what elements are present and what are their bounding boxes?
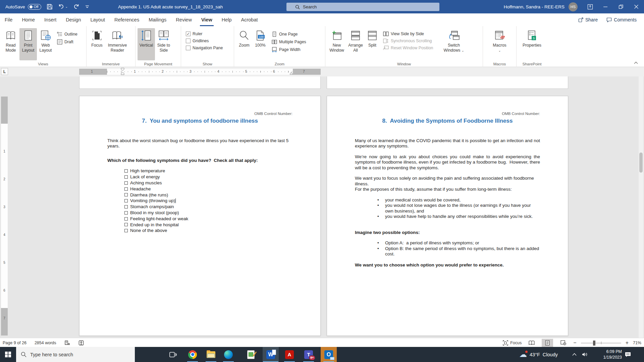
empty-checkbox-icon[interactable]: [124, 211, 128, 215]
tab-layout[interactable]: Layout: [86, 13, 110, 26]
side-to-side-button[interactable]: Side to Side: [155, 28, 172, 60]
split-button[interactable]: Split: [365, 28, 380, 60]
minimize-button[interactable]: [598, 0, 613, 13]
arrange-all-button[interactable]: Arrange All: [346, 28, 365, 60]
empty-checkbox-icon[interactable]: [124, 175, 128, 179]
checklist-item[interactable]: Blood in my stool (poop): [124, 210, 292, 216]
immersive-reader-button[interactable]: Immersive Reader: [105, 28, 129, 60]
outline-button[interactable]: Outline: [57, 32, 77, 37]
read-mode-button[interactable]: Read Mode: [2, 28, 19, 60]
checklist-item[interactable]: Ended up in the hospital: [124, 222, 292, 228]
focus-button[interactable]: Focus: [89, 28, 105, 60]
zoom-in-button[interactable]: +: [626, 340, 629, 346]
zoom-slider-thumb[interactable]: [593, 341, 595, 346]
tab-help[interactable]: Help: [217, 13, 236, 26]
word-taskbar-button[interactable]: W: [263, 347, 279, 362]
indent-marker[interactable]: [121, 68, 124, 76]
tab-mailings[interactable]: Mailings: [144, 13, 171, 26]
collapse-ribbon-button[interactable]: [634, 59, 638, 65]
user-name[interactable]: Hoffmann, Sandra - REE-ERS: [504, 4, 565, 9]
tab-home[interactable]: Home: [17, 13, 40, 26]
empty-checkbox-icon[interactable]: [124, 217, 128, 221]
speaker-icon[interactable]: [582, 352, 588, 357]
page-indicator[interactable]: Page 9 of 26: [3, 341, 26, 345]
accessibility-checker-button[interactable]: [78, 340, 85, 346]
empty-checkbox-icon[interactable]: [124, 193, 128, 196]
read-mode-view-button[interactable]: [526, 339, 537, 347]
tab-view[interactable]: View: [197, 13, 217, 26]
autosave-toggle[interactable]: AutoSave Off: [5, 4, 41, 10]
empty-checkbox-icon[interactable]: [124, 229, 128, 232]
checklist-item[interactable]: Aching muscles: [124, 180, 292, 186]
empty-checkbox-icon[interactable]: [124, 169, 128, 173]
start-button[interactable]: [0, 347, 16, 362]
tab-review[interactable]: Review: [171, 13, 197, 26]
checklist-item[interactable]: Headache: [124, 186, 292, 192]
taskbar-search[interactable]: Type here to search: [16, 347, 135, 362]
image-editor-taskbar-button[interactable]: [243, 347, 259, 362]
document-page-8[interactable]: OMB Control Number: 8. Avoiding the Symp…: [327, 96, 568, 336]
scrollbar-thumb[interactable]: [639, 153, 643, 173]
undo-button[interactable]: ⌄: [58, 4, 68, 10]
tab-stop-selector[interactable]: L: [1, 68, 8, 75]
switch-windows-button[interactable]: Switch Windows ⌄: [443, 28, 465, 60]
zoom-percentage[interactable]: 71%: [633, 341, 641, 345]
checklist-item[interactable]: High temperature: [124, 168, 292, 174]
properties-button[interactable]: S Properties: [521, 28, 543, 60]
customize-qat-button[interactable]: [85, 5, 89, 9]
previous-page-bottom[interactable]: [327, 76, 568, 89]
gridlines-checkbox-icon[interactable]: [186, 39, 191, 43]
clock[interactable]: 6:09 PM 1/19/2023: [593, 347, 622, 362]
vertical-button[interactable]: Vertical: [138, 28, 155, 60]
document-page-7[interactable]: OMB Control Number: 7. You and symptoms …: [79, 96, 321, 336]
tab-acrobat[interactable]: Acrobat: [236, 13, 263, 26]
redo-button[interactable]: [73, 4, 80, 10]
horizontal-ruler[interactable]: 1 1 2 3 4 5 6 7: [79, 69, 321, 75]
chrome-taskbar-button[interactable]: [184, 347, 201, 362]
outlook-taskbar-button[interactable]: O: [321, 347, 337, 362]
empty-checkbox-icon[interactable]: [124, 199, 128, 202]
task-view-button[interactable]: [165, 347, 181, 362]
tab-file[interactable]: File: [0, 13, 17, 26]
comments-button[interactable]: Comments: [606, 17, 637, 22]
edge-taskbar-button[interactable]: [220, 347, 236, 362]
empty-checkbox-icon[interactable]: [124, 205, 128, 208]
restore-button[interactable]: [613, 0, 629, 13]
one-page-button[interactable]: One Page: [272, 32, 306, 37]
print-layout-button[interactable]: Print Layout: [19, 28, 37, 60]
undo-dropdown-icon[interactable]: ⌄: [65, 5, 68, 8]
zoom-out-button[interactable]: −: [573, 340, 576, 346]
proofing-errors-button[interactable]: [64, 340, 70, 346]
empty-checkbox-icon[interactable]: [124, 187, 128, 191]
teams-taskbar-button[interactable]: T9+: [301, 347, 317, 362]
ruler-checkbox[interactable]: ✓ Ruler: [186, 32, 223, 36]
zoom-slider[interactable]: [581, 339, 621, 347]
navigation-pane-checkbox[interactable]: Navigation Pane: [186, 46, 223, 50]
word-count[interactable]: 2854 words: [35, 341, 56, 345]
new-window-button[interactable]: New Window: [327, 28, 346, 60]
empty-checkbox-icon[interactable]: [124, 181, 128, 185]
print-layout-view-button[interactable]: [542, 339, 553, 347]
checklist-item[interactable]: Feeling light-headed or weak: [124, 216, 292, 222]
close-button[interactable]: [629, 0, 644, 13]
focus-mode-button[interactable]: Focus: [503, 340, 522, 346]
vertical-ruler[interactable]: 1 2 3 4 5 6 7: [1, 76, 8, 338]
weather-widget[interactable]: ☁ 43°F Cloudy: [519, 347, 558, 362]
tab-references[interactable]: References: [110, 13, 144, 26]
tab-design[interactable]: Design: [61, 13, 86, 26]
macros-button[interactable]: Macros⌄: [490, 28, 509, 60]
ribbon-display-options-button[interactable]: [582, 0, 598, 13]
vertical-scrollbar[interactable]: [639, 76, 643, 338]
checklist-item[interactable]: Vomiting (throwing up): [124, 198, 292, 204]
zoom-button[interactable]: Zoom: [236, 28, 252, 60]
tray-chevron-icon[interactable]: [572, 353, 577, 356]
navigation-pane-checkbox-icon[interactable]: [186, 46, 191, 50]
empty-checkbox-icon[interactable]: [124, 223, 128, 226]
file-explorer-taskbar-button[interactable]: [203, 347, 219, 362]
web-layout-view-button[interactable]: [557, 339, 569, 347]
checklist-item[interactable]: Lack of energy: [124, 174, 292, 180]
tab-insert[interactable]: Insert: [40, 13, 61, 26]
document-canvas[interactable]: 1 2 3 4 5 6 7 OMB Control Number: 7. You…: [0, 76, 644, 338]
autosave-switch-icon[interactable]: Off: [28, 4, 41, 10]
share-button[interactable]: Share: [578, 17, 598, 22]
